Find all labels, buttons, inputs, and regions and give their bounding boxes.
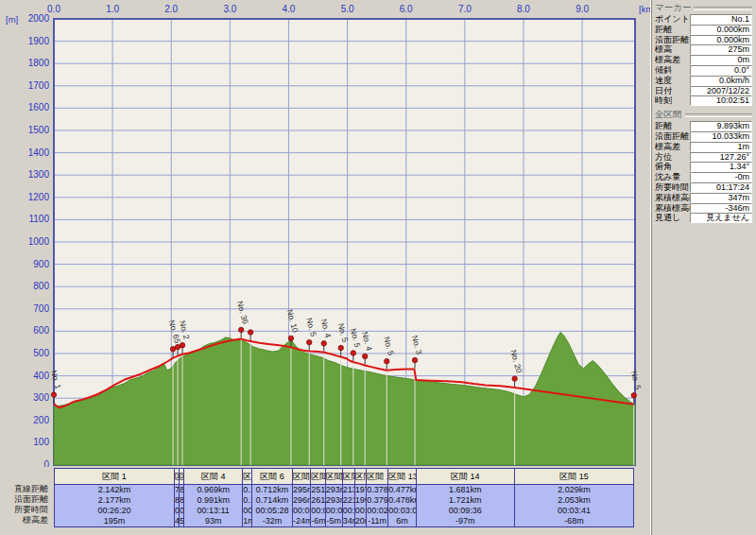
svg-text:4.0: 4.0: [283, 4, 296, 14]
svg-text:1900: 1900: [28, 36, 50, 46]
straight-distance-cell: 293m: [326, 485, 342, 495]
surface-distance-cell: 221m: [343, 495, 354, 506]
section-table-columns: 区間 12.142km2.177km00:26:20195m区間 279m81m…: [54, 468, 634, 527]
info-field-label: 沈み量: [655, 172, 690, 182]
svg-text:7.0: 7.0: [458, 4, 472, 14]
info-field-row: 日付2007/12/22: [655, 86, 752, 96]
info-field-row: ポイント:No.1: [655, 14, 752, 25]
info-field-value: 1m: [690, 142, 752, 152]
info-field-label: 傾斜: [655, 65, 690, 76]
elevation-diff-cell: -97m: [417, 516, 514, 526]
section-column: 区間 141.681km1.721km00:09:36-97m: [416, 469, 514, 526]
info-field-label: 沿面距離: [655, 131, 690, 142]
marker-fields: ポイント:No.1距離0.000km沿面距離0.000km標高275m標高差0m…: [655, 14, 752, 106]
elevation-diff-cell: -11m: [367, 516, 387, 526]
elapsed-time-cell: 00:03:00: [243, 506, 251, 516]
svg-text:200: 200: [33, 415, 49, 425]
info-field-row: 俯角1.34°: [655, 162, 752, 172]
surface-distance-cell: 0.478km: [388, 495, 416, 506]
info-field-label: 累積標高(+): [655, 193, 690, 203]
total-fields: 距離9.893km沿面距離10.033km標高差1m方位127.26°俯角1.3…: [655, 121, 752, 223]
info-field-row: 所要時間01:17:24: [655, 182, 752, 193]
svg-text:0.0: 0.0: [47, 4, 60, 14]
elapsed-time-cell: 00:02:00: [343, 506, 354, 516]
svg-text:5.0: 5.0: [341, 4, 354, 14]
info-field-value: 01:17:24: [690, 182, 752, 193]
surface-distance-cell: 0.991km: [184, 495, 242, 506]
section-header: 区間 5: [243, 469, 251, 485]
surface-distance-cell: 0.714km: [252, 495, 292, 506]
svg-text:1200: 1200: [28, 192, 50, 202]
info-field-value: 0.000km: [690, 25, 752, 35]
elapsed-time-cell: 00:09:36: [417, 506, 514, 516]
section-header: 区間 9: [326, 469, 342, 485]
svg-text:1300: 1300: [28, 169, 50, 180]
svg-text:700: 700: [33, 303, 49, 314]
group-divider: [685, 113, 753, 117]
elapsed-time-cell: 00:01:00: [355, 506, 366, 516]
section-header: 区間 14: [417, 469, 514, 485]
info-field-row: 沈み量-0m: [655, 172, 752, 182]
elevation-diff-cell: 6m: [388, 516, 416, 526]
straight-distance-cell: 1.681km: [417, 485, 514, 495]
elevation-diff-cell: -32m: [252, 516, 292, 526]
straight-distance-cell: 0.712km: [252, 485, 292, 495]
row-label: 直線距離: [0, 484, 51, 494]
info-field-value: 275m: [690, 44, 752, 55]
surface-distance-cell: 0.139km: [243, 495, 251, 506]
info-field-row: 距離0.000km: [655, 25, 752, 35]
elevation-diff-cell: 20m: [355, 516, 366, 526]
info-field-label: ポイント:: [655, 14, 690, 25]
straight-distance-cell: 251m: [311, 485, 325, 495]
svg-text:500: 500: [33, 348, 49, 358]
elevation-profile-chart[interactable]: 0.01.02.03.04.05.06.07.08.09.0[km][m]010…: [0, 0, 650, 467]
svg-text:[km]: [km]: [639, 4, 650, 14]
info-field-value: 127.26°: [690, 152, 752, 163]
elevation-diff-cell: -24m: [293, 516, 310, 526]
straight-distance-cell: 197m: [355, 485, 366, 495]
svg-text:1100: 1100: [28, 214, 49, 224]
svg-text:1400: 1400: [28, 147, 50, 158]
section-column: 区間 130.477km0.478km00:03:096m: [387, 469, 416, 526]
elapsed-time-cell: 00:03:09: [388, 506, 416, 516]
svg-text:0: 0: [43, 459, 49, 467]
svg-text:9.0: 9.0: [576, 4, 589, 14]
info-field-value: 0m: [690, 55, 752, 65]
section-column: 区間 60.712km0.714km00:05:28-32m: [251, 469, 292, 526]
info-field-label: 所要時間: [655, 182, 690, 193]
straight-distance-cell: 2.142km: [55, 485, 174, 495]
section-column: 区間 12.142km2.177km00:26:20195m: [55, 469, 174, 526]
info-field-row: 時刻10:02:51: [655, 95, 752, 106]
info-field-value: -0m: [690, 172, 752, 182]
total-group-title: 全区間: [655, 109, 752, 121]
info-field-row: 見通し見えません: [655, 213, 752, 223]
section-header: 区間 11: [355, 469, 366, 485]
elapsed-time-cell: 00:01:40: [311, 506, 325, 516]
info-field-label: 距離: [655, 121, 690, 131]
info-field-row: 速度0.0km/h: [655, 76, 752, 86]
chart-canvas[interactable]: 0.01.02.03.04.05.06.07.08.09.0[km][m]010…: [0, 0, 650, 467]
surface-distance-cell: 261m: [311, 495, 325, 506]
svg-text:800: 800: [33, 281, 49, 291]
section-column: 区間 10213m221m00:02:0034m: [342, 469, 354, 526]
elapsed-time-cell: 00:01:50: [326, 506, 342, 516]
info-field-label: 標高: [655, 44, 690, 55]
info-field-label: 標高差: [655, 55, 690, 65]
info-panel: マーカー ポイント:No.1距離0.000km沿面距離0.000km標高275m…: [650, 0, 756, 535]
group-divider: [694, 7, 752, 10]
info-field-value: 2007/12/22: [690, 86, 752, 96]
info-field-label: 標高差: [655, 142, 690, 152]
svg-text:1600: 1600: [28, 102, 50, 112]
info-field-row: 標高275m: [655, 44, 752, 55]
svg-text:[m]: [m]: [6, 14, 18, 25]
svg-text:3.0: 3.0: [223, 4, 236, 14]
straight-distance-cell: 213m: [343, 485, 354, 495]
straight-distance-cell: 0.969km: [184, 485, 242, 495]
section-header: 区間 8: [311, 469, 325, 485]
section-table: 直線距離沿面距離所要時間標高差 区間 12.142km2.177km00:26:…: [0, 467, 650, 529]
section-header: 区間 10: [343, 469, 354, 485]
total-group-label: 全区間: [655, 109, 682, 121]
surface-distance-cell: 296m: [293, 495, 310, 506]
info-field-value: 10:02:51: [690, 95, 752, 106]
elapsed-time-cell: 00:01:20: [293, 506, 310, 516]
